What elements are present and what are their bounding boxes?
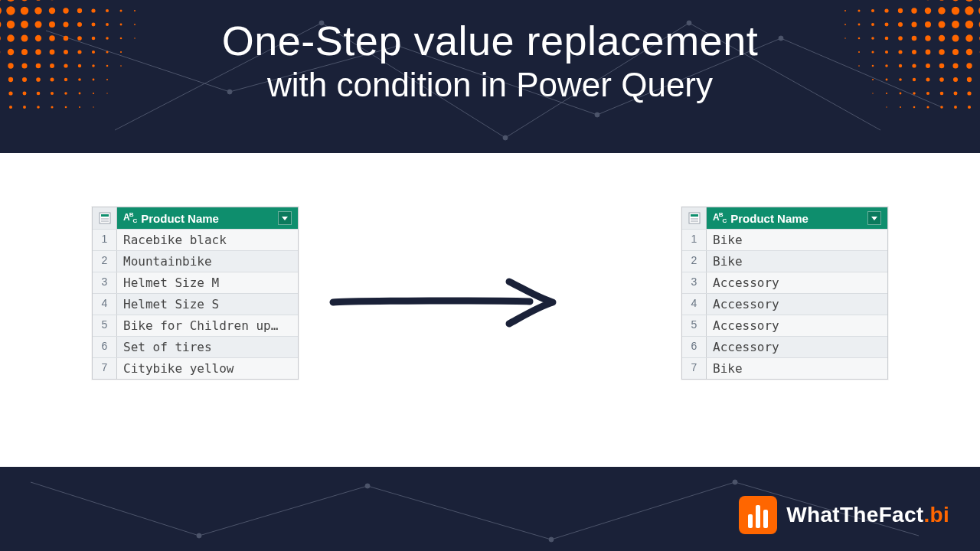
table-row[interactable]: 7Bike bbox=[682, 357, 887, 379]
table-row[interactable]: 2Mountainbike bbox=[93, 250, 298, 272]
source-table: ABC Product Name 1Racebike black2Mountai… bbox=[92, 207, 299, 380]
svg-point-257 bbox=[549, 537, 554, 542]
table-row[interactable]: 4Accessory bbox=[682, 293, 887, 315]
page-subtitle: with condition in Power Query bbox=[0, 66, 980, 104]
cell-value: Accessory bbox=[707, 337, 887, 357]
column-name: Product Name bbox=[730, 212, 808, 225]
table-row[interactable]: 4Helmet Size S bbox=[93, 293, 298, 315]
svg-point-14 bbox=[503, 135, 508, 140]
svg-point-195 bbox=[886, 106, 887, 107]
cell-value: Helmet Size S bbox=[117, 294, 298, 315]
column-header[interactable]: ABC Product Name bbox=[117, 207, 298, 229]
cell-value: Accessory bbox=[707, 315, 887, 336]
svg-point-192 bbox=[926, 106, 929, 108]
svg-line-252 bbox=[368, 486, 551, 540]
brand-logo: WhatTheFact.bi bbox=[739, 496, 949, 534]
table-row[interactable]: 5Accessory bbox=[682, 315, 887, 336]
svg-point-101 bbox=[37, 106, 40, 109]
table-row[interactable]: 5Bike for Children up… bbox=[93, 315, 298, 336]
table-row[interactable]: 3Helmet Size M bbox=[93, 272, 298, 293]
svg-point-102 bbox=[51, 106, 53, 108]
table-select-all-icon[interactable] bbox=[93, 207, 117, 229]
column-filter-icon[interactable] bbox=[867, 211, 881, 225]
row-index: 4 bbox=[682, 294, 707, 315]
table-body: 1Bike2Bike3Accessory4Accessory5Accessory… bbox=[682, 229, 887, 379]
table-row[interactable]: 2Bike bbox=[682, 250, 887, 272]
cell-value: Bike for Children up… bbox=[117, 315, 298, 336]
cell-value: Racebike black bbox=[117, 230, 298, 250]
svg-rect-243 bbox=[101, 214, 109, 217]
cell-value: Bike bbox=[707, 230, 887, 250]
cell-value: Mountainbike bbox=[117, 251, 298, 272]
svg-point-258 bbox=[733, 480, 737, 484]
row-index: 4 bbox=[93, 294, 117, 315]
row-index: 2 bbox=[682, 251, 707, 272]
svg-point-194 bbox=[900, 106, 901, 108]
table-row[interactable]: 1Bike bbox=[682, 229, 887, 250]
svg-rect-247 bbox=[691, 214, 698, 217]
row-index: 6 bbox=[93, 337, 117, 357]
svg-point-11 bbox=[595, 112, 599, 117]
svg-point-100 bbox=[23, 106, 26, 109]
svg-point-99 bbox=[9, 106, 12, 109]
cell-value: Accessory bbox=[707, 294, 887, 315]
column-name: Product Name bbox=[141, 212, 219, 225]
row-index: 6 bbox=[682, 337, 707, 357]
row-index: 1 bbox=[682, 230, 707, 250]
row-index: 7 bbox=[682, 358, 707, 379]
table-body: 1Racebike black2Mountainbike3Helmet Size… bbox=[93, 229, 298, 379]
page-title: One-Step value replacement bbox=[0, 17, 980, 64]
header-band: One-Step value replacement with conditio… bbox=[0, 0, 980, 153]
footer-band: WhatTheFact.bi bbox=[0, 467, 980, 551]
cell-value: Helmet Size M bbox=[117, 272, 298, 293]
column-filter-icon[interactable] bbox=[278, 211, 292, 225]
cell-value: Accessory bbox=[707, 272, 887, 293]
row-index: 3 bbox=[682, 272, 707, 293]
text-type-icon: ABC bbox=[123, 212, 136, 224]
cell-value: Bike bbox=[707, 358, 887, 379]
table-row[interactable]: 3Accessory bbox=[682, 272, 887, 293]
svg-point-255 bbox=[197, 533, 201, 538]
svg-point-104 bbox=[79, 106, 80, 108]
row-index: 5 bbox=[93, 315, 117, 336]
table-header-row: ABC Product Name bbox=[682, 207, 887, 229]
svg-point-193 bbox=[913, 106, 916, 109]
row-index: 1 bbox=[93, 230, 117, 250]
row-index: 2 bbox=[93, 251, 117, 272]
arrow-icon bbox=[329, 276, 559, 329]
table-header-row: ABC Product Name bbox=[93, 207, 298, 229]
svg-point-190 bbox=[954, 106, 957, 109]
brand-suffix: .bi bbox=[923, 503, 949, 527]
content-area: ABC Product Name 1Racebike black2Mountai… bbox=[0, 153, 980, 467]
brand-name: WhatTheFact bbox=[786, 503, 923, 527]
result-table: ABC Product Name 1Bike2Bike3Accessory4Ac… bbox=[681, 207, 888, 380]
column-header[interactable]: ABC Product Name bbox=[707, 207, 887, 229]
svg-point-103 bbox=[65, 106, 67, 109]
text-type-icon: ABC bbox=[713, 212, 726, 224]
svg-point-256 bbox=[365, 484, 370, 488]
table-select-all-icon[interactable] bbox=[682, 207, 707, 229]
svg-line-250 bbox=[31, 482, 199, 536]
svg-line-253 bbox=[551, 482, 735, 540]
logo-mark-icon bbox=[739, 496, 777, 534]
cell-value: Set of tires bbox=[117, 337, 298, 357]
row-index: 7 bbox=[93, 358, 117, 379]
table-row[interactable]: 6Set of tires bbox=[93, 336, 298, 357]
svg-point-191 bbox=[940, 106, 943, 109]
table-row[interactable]: 1Racebike black bbox=[93, 229, 298, 250]
row-index: 5 bbox=[682, 315, 707, 336]
row-index: 3 bbox=[93, 272, 117, 293]
svg-line-251 bbox=[199, 486, 368, 536]
svg-point-105 bbox=[93, 106, 93, 107]
table-row[interactable]: 6Accessory bbox=[682, 336, 887, 357]
cell-value: Bike bbox=[707, 251, 887, 272]
svg-point-189 bbox=[968, 106, 971, 109]
table-row[interactable]: 7Citybike yellow bbox=[93, 357, 298, 379]
cell-value: Citybike yellow bbox=[117, 358, 298, 379]
